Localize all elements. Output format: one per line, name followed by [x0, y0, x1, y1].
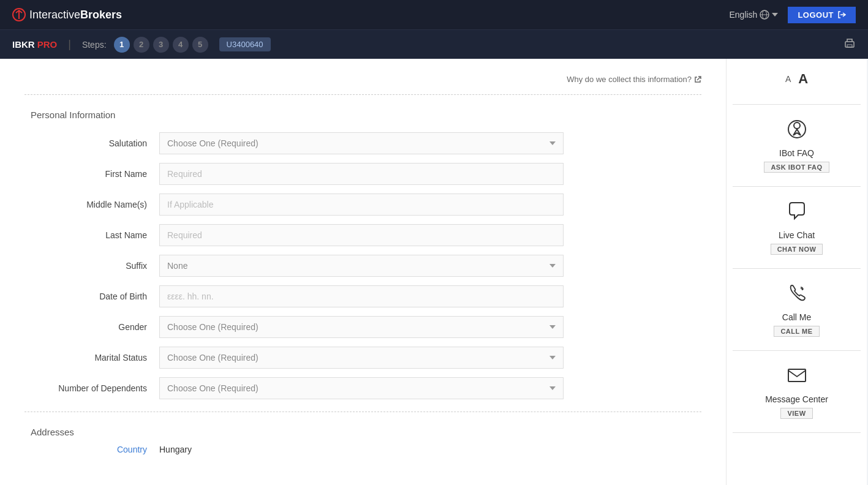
chat-icon — [786, 200, 808, 227]
country-label: Country — [25, 445, 159, 454]
middle-name-field — [159, 194, 564, 216]
sidebar: A A IBot FAQ ASK IBOT FAQ — [726, 59, 867, 485]
message-center-title: Message Center — [765, 394, 828, 404]
chevron-down-icon — [772, 13, 778, 17]
first-name-row: First Name — [25, 163, 701, 185]
marital-status-label: Marital Status — [25, 353, 159, 363]
sidebar-sep-4 — [733, 350, 861, 351]
globe-icon — [760, 10, 769, 20]
marital-status-select[interactable]: Choose One (Required) — [159, 347, 564, 369]
sidebar-sep-3 — [733, 268, 861, 269]
middle-name-label: Middle Name(s) — [25, 200, 159, 209]
content-area: Why do we collect this information? Pers… — [0, 59, 726, 485]
personal-info-title: Personal Information — [31, 110, 701, 120]
language-label: English — [729, 10, 757, 20]
font-small-button[interactable]: A — [785, 74, 791, 84]
middle-name-input[interactable] — [159, 194, 564, 216]
salutation-row: Salutation Choose One (Required) — [25, 132, 701, 154]
suffix-field: None — [159, 255, 564, 277]
marital-status-field: Choose One (Required) — [159, 347, 564, 369]
gender-field: Choose One (Required) — [159, 316, 564, 338]
gender-row: Gender Choose One (Required) — [25, 316, 701, 338]
why-collect-section: Why do we collect this information? — [25, 73, 701, 85]
step-3[interactable]: 3 — [153, 37, 169, 53]
last-name-field — [159, 224, 564, 246]
num-dependents-select[interactable]: Choose One (Required) — [159, 377, 564, 399]
language-selector[interactable]: English — [729, 10, 778, 20]
country-value: Hungary — [159, 445, 192, 454]
ibkr-label: IBKR — [12, 39, 35, 50]
external-link-icon — [694, 76, 701, 83]
user-id-badge: U3400640 — [219, 37, 271, 51]
step-2[interactable]: 2 — [134, 37, 149, 53]
sidebar-sep-2 — [733, 186, 861, 187]
ibot-svg — [786, 118, 808, 140]
addresses-title: Addresses — [31, 427, 701, 437]
sidebar-sep-1 — [733, 104, 861, 105]
dob-field — [159, 285, 564, 307]
pro-label: PRO — [37, 39, 58, 50]
country-row: Country Hungary — [25, 445, 701, 454]
middle-name-row: Middle Name(s) — [25, 194, 701, 216]
phone-svg — [786, 282, 808, 304]
call-me-action-button[interactable]: CALL ME — [774, 326, 819, 337]
call-me-title: Call Me — [782, 312, 811, 322]
gender-label: Gender — [25, 322, 159, 332]
num-dependents-label: Number of Dependents — [25, 383, 159, 393]
section-divider — [25, 94, 701, 95]
print-icon[interactable] — [843, 37, 856, 52]
num-dependents-field: Choose One (Required) — [159, 377, 564, 399]
dob-input[interactable] — [159, 285, 564, 307]
svg-point-7 — [794, 122, 800, 129]
main-layout: Why do we collect this information? Pers… — [0, 59, 868, 485]
top-nav-right: English LOGOUT — [729, 7, 856, 23]
message-icon — [786, 364, 808, 391]
last-name-input[interactable] — [159, 224, 564, 246]
call-me-item[interactable]: Call Me CALL ME — [733, 276, 861, 343]
live-chat-item[interactable]: Live Chat CHAT NOW — [733, 194, 861, 261]
font-large-button[interactable]: A — [798, 71, 808, 87]
chat-svg — [786, 200, 808, 222]
phone-icon — [786, 282, 808, 309]
message-center-item[interactable]: Message Center VIEW — [733, 358, 861, 425]
addresses-divider — [25, 412, 701, 412]
top-nav: InteractiveBrokers English LOGOUT — [0, 0, 868, 29]
logo: InteractiveBrokers — [12, 8, 122, 21]
print-svg — [843, 37, 856, 50]
salutation-select[interactable]: Choose One (Required) — [159, 132, 564, 154]
dob-label: Date of Birth — [25, 291, 159, 301]
live-chat-title: Live Chat — [779, 230, 815, 240]
num-dependents-row: Number of Dependents Choose One (Require… — [25, 377, 701, 399]
logout-button[interactable]: LOGOUT — [788, 7, 856, 23]
message-svg — [786, 364, 808, 386]
suffix-select[interactable]: None — [159, 255, 564, 277]
live-chat-action-button[interactable]: CHAT NOW — [771, 244, 823, 255]
svg-rect-8 — [788, 369, 806, 382]
first-name-input[interactable] — [159, 163, 564, 185]
step-5[interactable]: 5 — [192, 37, 208, 53]
last-name-row: Last Name — [25, 224, 701, 246]
font-controls: A A — [785, 71, 808, 87]
sidebar-sep-5 — [733, 432, 861, 433]
gender-select[interactable]: Choose One (Required) — [159, 316, 564, 338]
dob-row: Date of Birth — [25, 285, 701, 307]
first-name-field — [159, 163, 564, 185]
message-center-action-button[interactable]: VIEW — [780, 408, 812, 419]
first-name-label: First Name — [25, 169, 159, 179]
suffix-row: Suffix None — [25, 255, 701, 277]
ibot-faq-item[interactable]: IBot FAQ ASK IBOT FAQ — [733, 112, 861, 179]
suffix-label: Suffix — [25, 261, 159, 271]
step-4[interactable]: 4 — [173, 37, 189, 53]
salutation-field: Choose One (Required) — [159, 132, 564, 154]
ib-logo-icon — [12, 8, 26, 21]
last-name-label: Last Name — [25, 230, 159, 240]
steps-label: Steps: — [82, 40, 107, 50]
step-1[interactable]: 1 — [114, 37, 130, 53]
logout-icon — [837, 10, 846, 19]
why-collect-link[interactable]: Why do we collect this information? — [567, 75, 701, 84]
brand: IBKR PRO — [12, 39, 57, 50]
ibot-icon — [786, 118, 808, 145]
marital-status-row: Marital Status Choose One (Required) — [25, 347, 701, 369]
ibot-action-button[interactable]: ASK IBOT FAQ — [764, 162, 829, 173]
steps-bar: IBKR PRO | Steps: 1 2 3 4 5 U3400640 — [0, 29, 868, 59]
